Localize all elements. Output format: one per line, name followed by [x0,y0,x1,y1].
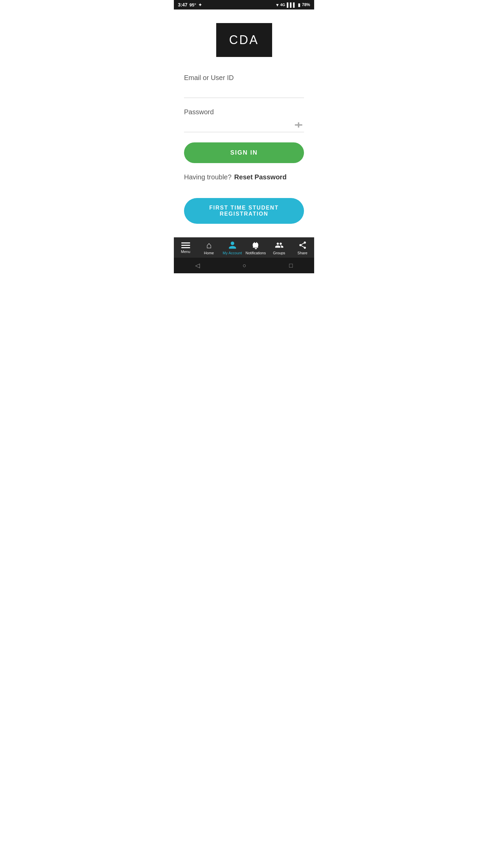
nav-item-my-account[interactable]: My Account [221,241,244,255]
svg-rect-1 [295,124,302,126]
battery-icon: ▮ [298,2,300,7]
nav-label-my-account: My Account [223,251,242,255]
app-logo: CDA [216,23,272,57]
ghost-icon: ✦ [198,2,202,7]
nav-item-menu[interactable]: Menu [174,242,197,254]
register-button[interactable]: FIRST TIME STUDENT REGISTRATION [184,198,304,224]
nav-label-share: Share [298,251,307,255]
main-content: CDA Email or User ID Password [174,9,314,237]
notifications-icon [251,241,260,250]
share-icon [298,241,307,250]
password-label: Password [184,108,304,116]
status-right: ▾ 4G ▌▌▌ ▮ 78% [276,2,310,7]
android-nav-bar: ◁ ○ □ [174,258,314,273]
nav-label-menu: Menu [181,250,190,254]
recents-button[interactable]: □ [282,261,300,271]
home-button[interactable]: ○ [236,261,253,271]
my-account-icon [228,241,237,250]
network-icon: 4G [280,3,285,7]
nav-label-groups: Groups [273,251,285,255]
status-temp: 95° [189,2,196,7]
show-password-icon[interactable] [295,122,302,130]
bottom-nav: Menu ⌂ Home My Account Notifications Gro… [174,237,314,258]
status-time: 3:47 [178,2,187,7]
nav-item-share[interactable]: Share [291,241,314,255]
email-input[interactable] [184,85,304,98]
nav-item-groups[interactable]: Groups [267,241,291,255]
home-icon: ⌂ [206,241,212,250]
menu-icon [181,242,190,248]
nav-label-home: Home [204,251,214,255]
nav-label-notifications: Notifications [246,251,266,255]
groups-icon [275,241,284,250]
password-form-group: Password [184,108,304,132]
signal-icon: ▌▌▌ [287,2,296,7]
trouble-row: Having trouble? Reset Password [184,173,304,181]
password-input[interactable] [184,119,304,132]
trouble-text: Having trouble? [184,173,231,181]
battery-percent: 78% [302,2,310,7]
email-form-group: Email or User ID [184,74,304,98]
nav-item-notifications[interactable]: Notifications [244,241,267,255]
wifi-icon: ▾ [276,2,279,7]
status-left: 3:47 95° ✦ [178,2,202,7]
logo-text: CDA [229,33,259,47]
back-button[interactable]: ◁ [188,260,207,271]
email-label: Email or User ID [184,74,304,82]
sign-in-button[interactable]: SIGN IN [184,142,304,163]
login-form: Email or User ID Password SIGN IN Havin [184,74,304,231]
reset-password-link[interactable]: Reset Password [234,173,287,181]
status-bar: 3:47 95° ✦ ▾ 4G ▌▌▌ ▮ 78% [174,0,314,9]
password-wrapper [184,119,304,132]
nav-item-home[interactable]: ⌂ Home [197,241,221,255]
